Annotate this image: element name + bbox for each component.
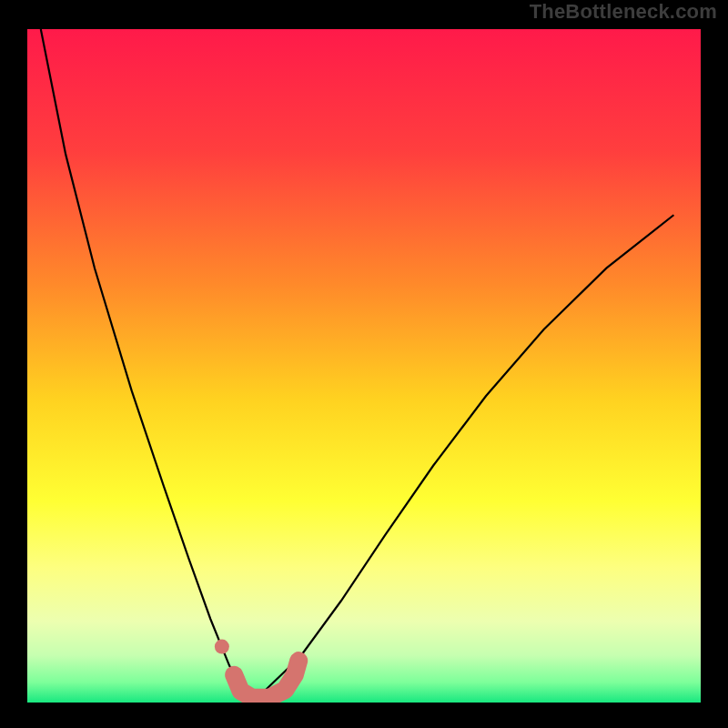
marker-dot — [215, 640, 229, 654]
bottleneck-chart — [0, 0, 728, 728]
gradient-background — [27, 29, 701, 703]
chart-frame: TheBottleneck.com — [0, 0, 728, 728]
